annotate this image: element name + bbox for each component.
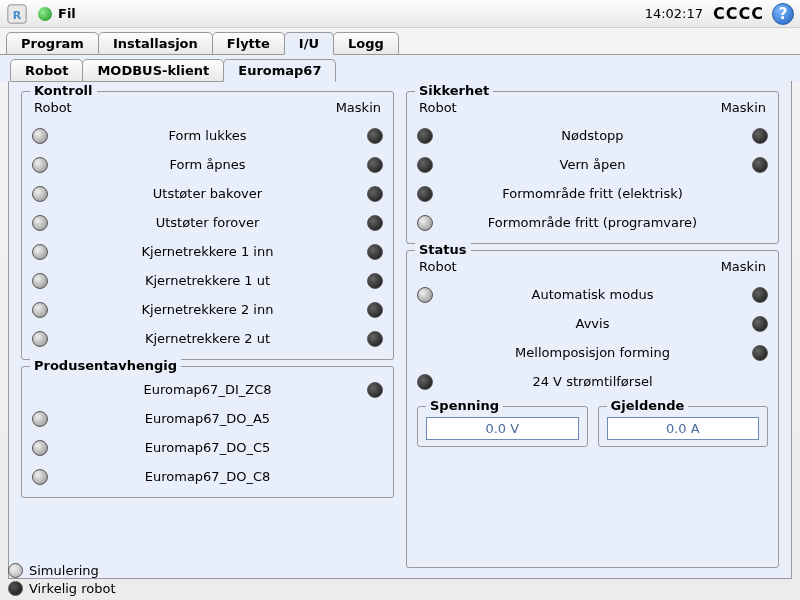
led-robot bbox=[32, 331, 48, 347]
led-robot bbox=[32, 440, 48, 456]
io-label: Euromap67_DO_C8 bbox=[48, 469, 367, 484]
sikkerhet-title: Sikkerhet bbox=[415, 83, 493, 98]
led-maskin bbox=[752, 128, 768, 144]
hdr-maskin: Maskin bbox=[721, 100, 766, 115]
produsent-rows: Euromap67_DI_ZC8Euromap67_DO_A5Euromap67… bbox=[32, 375, 383, 491]
io-row: Kjernetrekkere 1 inn bbox=[32, 237, 383, 266]
io-label: Kjernetrekkere 2 inn bbox=[48, 302, 367, 317]
produsent-title: Produsentavhengig bbox=[30, 358, 181, 373]
io-label: Utstøter forover bbox=[48, 215, 367, 230]
real-label: Virkelig robot bbox=[29, 581, 116, 596]
io-row: Kjernetrekkere 1 ut bbox=[32, 266, 383, 295]
led-maskin bbox=[367, 128, 383, 144]
io-row: Euromap67_DO_C8 bbox=[32, 462, 383, 491]
io-row: Formområde fritt (elektrisk) bbox=[417, 179, 768, 208]
tab-installasjon[interactable]: Installasjon bbox=[98, 32, 213, 55]
io-row: Automatisk modus bbox=[417, 280, 768, 309]
io-row: Euromap67_DO_C5 bbox=[32, 433, 383, 462]
sim-label: Simulering bbox=[29, 563, 99, 578]
led-robot bbox=[32, 186, 48, 202]
spenning-title: Spenning bbox=[426, 398, 503, 413]
subtab-robot[interactable]: Robot bbox=[10, 59, 83, 82]
io-row: Formområde fritt (programvare) bbox=[417, 208, 768, 237]
io-label: Avvis bbox=[433, 316, 752, 331]
hdr-maskin: Maskin bbox=[336, 100, 381, 115]
main-tabs: Program Installasjon Flytte I/U Logg bbox=[0, 28, 800, 55]
hdr-robot: Robot bbox=[419, 100, 457, 115]
tab-logg[interactable]: Logg bbox=[333, 32, 399, 55]
io-label: 24 V strømtilførsel bbox=[433, 374, 752, 389]
led-maskin bbox=[367, 186, 383, 202]
content-panel: Kontroll RobotMaskin Form lukkesForm åpn… bbox=[8, 81, 792, 579]
io-row: Mellomposisjon forming bbox=[417, 338, 768, 367]
gjeldende-group: Gjeldende 0.0 A bbox=[598, 406, 769, 447]
sikkerhet-rows: NødstoppVern åpenFormområde fritt (elekt… bbox=[417, 121, 768, 237]
io-row: Kjernetrekkere 2 ut bbox=[32, 324, 383, 353]
sikkerhet-group: Sikkerhet RobotMaskin NødstoppVern åpenF… bbox=[406, 91, 779, 244]
io-row: Vern åpen bbox=[417, 150, 768, 179]
led-robot bbox=[417, 215, 433, 231]
hdr-robot: Robot bbox=[34, 100, 72, 115]
led-robot bbox=[32, 215, 48, 231]
spenning-group: Spenning 0.0 V bbox=[417, 406, 588, 447]
real-toggle[interactable]: Virkelig robot bbox=[8, 581, 116, 596]
io-row: 24 V strømtilførsel bbox=[417, 367, 768, 396]
status-title: Status bbox=[415, 242, 471, 257]
io-row: Utstøter forover bbox=[32, 208, 383, 237]
led-robot bbox=[417, 374, 433, 390]
help-button[interactable]: ? bbox=[772, 3, 794, 25]
led-robot bbox=[32, 411, 48, 427]
io-row: Utstøter bakover bbox=[32, 179, 383, 208]
status-rows: Automatisk modusAvvisMellomposisjon form… bbox=[417, 280, 768, 396]
led-maskin bbox=[367, 382, 383, 398]
kontroll-rows: Form lukkesForm åpnesUtstøter bakoverUts… bbox=[32, 121, 383, 353]
led-maskin bbox=[367, 157, 383, 173]
io-label: Euromap67_DO_C5 bbox=[48, 440, 367, 455]
radio-icon bbox=[8, 581, 23, 596]
io-label: Nødstopp bbox=[433, 128, 752, 143]
sub-tabs: Robot MODBUS-klient Euromap67 bbox=[0, 54, 800, 82]
gjeldende-value: 0.0 A bbox=[607, 417, 760, 440]
footer-toggles: Simulering Virkelig robot bbox=[8, 563, 116, 596]
io-label: Form lukkes bbox=[48, 128, 367, 143]
subtab-modbus[interactable]: MODBUS-klient bbox=[82, 59, 224, 82]
tab-flytte[interactable]: Flytte bbox=[212, 32, 285, 55]
top-bar: R Fil 14:02:17 CCCC ? bbox=[0, 0, 800, 28]
led-maskin bbox=[752, 316, 768, 332]
io-row: Form åpnes bbox=[32, 150, 383, 179]
connection-status-icon bbox=[38, 7, 52, 21]
io-label: Vern åpen bbox=[433, 157, 752, 172]
led-robot bbox=[32, 469, 48, 485]
sim-toggle[interactable]: Simulering bbox=[8, 563, 116, 578]
led-maskin bbox=[367, 273, 383, 289]
led-maskin bbox=[752, 157, 768, 173]
io-label: Euromap67_DO_A5 bbox=[48, 411, 367, 426]
io-row: Form lukkes bbox=[32, 121, 383, 150]
io-row: Euromap67_DI_ZC8 bbox=[32, 375, 383, 404]
radio-icon bbox=[8, 563, 23, 578]
tab-iu[interactable]: I/U bbox=[284, 32, 334, 55]
led-robot bbox=[32, 244, 48, 260]
led-robot bbox=[32, 157, 48, 173]
io-label: Euromap67_DI_ZC8 bbox=[48, 382, 367, 397]
clock: 14:02:17 bbox=[645, 6, 703, 21]
led-robot bbox=[417, 186, 433, 202]
file-menu[interactable]: Fil bbox=[58, 6, 76, 21]
hdr-maskin: Maskin bbox=[721, 259, 766, 274]
led-maskin bbox=[367, 302, 383, 318]
io-row: Nødstopp bbox=[417, 121, 768, 150]
led-maskin bbox=[752, 287, 768, 303]
led-robot bbox=[417, 287, 433, 303]
io-label: Formområde fritt (elektrisk) bbox=[433, 186, 752, 201]
io-label: Formområde fritt (programvare) bbox=[433, 215, 752, 230]
io-label: Mellomposisjon forming bbox=[433, 345, 752, 360]
io-label: Kjernetrekkere 1 ut bbox=[48, 273, 367, 288]
spenning-value: 0.0 V bbox=[426, 417, 579, 440]
subtab-euromap[interactable]: Euromap67 bbox=[223, 59, 336, 82]
led-maskin bbox=[752, 345, 768, 361]
tab-program[interactable]: Program bbox=[6, 32, 99, 55]
led-robot bbox=[417, 157, 433, 173]
svg-text:R: R bbox=[13, 8, 22, 21]
led-maskin bbox=[367, 215, 383, 231]
io-label: Automatisk modus bbox=[433, 287, 752, 302]
